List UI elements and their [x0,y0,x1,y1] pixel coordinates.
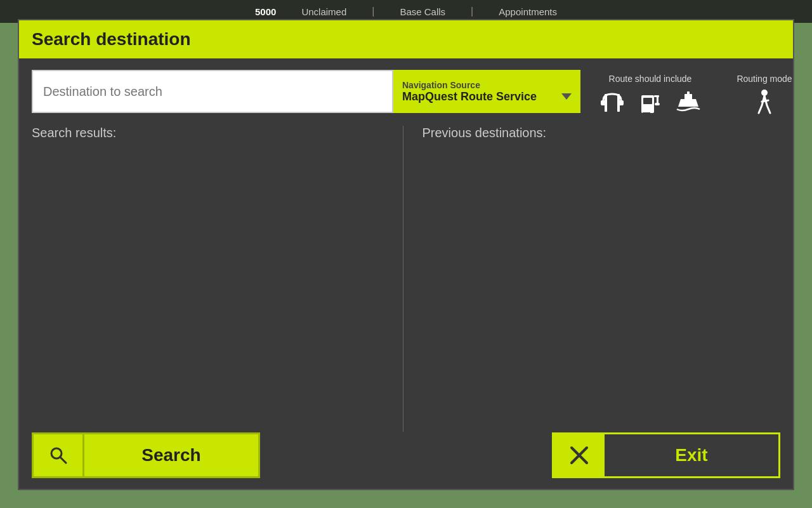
search-results-label: Search results: [32,126,390,140]
search-button-label: Search [84,445,258,465]
navigation-source-container[interactable]: Navigation Source MapQuest Route Service [393,70,580,113]
svg-rect-8 [655,103,660,105]
walking-icon[interactable] [749,89,780,117]
search-destination-dialog: Search destination Navigation Source Map… [18,19,794,490]
dialog-content: Navigation Source MapQuest Route Service… [19,58,793,432]
dialog-title: Search destination [19,20,793,58]
search-button[interactable]: Search [32,432,260,478]
search-icon [34,434,84,476]
dialog-footer: Search Exit [19,432,793,489]
svg-rect-7 [657,95,658,104]
previous-destinations-label: Previous destinations: [422,126,781,140]
svg-rect-3 [607,100,617,105]
destination-search-input[interactable] [43,84,382,99]
previous-destinations-panel: Previous destinations: [403,126,781,432]
fuel-station-icon[interactable] [636,89,664,117]
highway-icon[interactable] [598,89,626,117]
navigation-source-value: MapQuest Route Service [402,90,572,104]
controls-row: Navigation Source MapQuest Route Service… [32,70,780,113]
routing-mode-container: Routing mode [720,70,793,113]
exit-button[interactable]: Exit [552,432,780,478]
search-input-container[interactable] [32,70,393,113]
topbar-item-5000: 5000 [255,6,276,17]
exit-button-label: Exit [605,445,778,465]
routing-mode-label: Routing mode [737,74,792,84]
exit-x-icon [554,434,605,476]
svg-rect-11 [687,91,690,95]
navigation-source-label: Navigation Source [402,80,572,90]
route-icons [598,89,702,117]
topbar-item-basecalls: Base Calls [400,6,445,17]
ferry-icon[interactable] [674,89,702,117]
results-area: Search results: Previous destinations: [32,126,780,432]
topbar-item-appointments: Appointments [499,6,557,17]
svg-line-14 [60,457,66,463]
route-include-container: Route should include [580,70,720,113]
route-include-label: Route should include [609,74,692,84]
topbar-item-unclaimed: Unclaimed [301,6,346,17]
navigation-source-dropdown-arrow [561,93,572,100]
search-results-panel: Search results: [32,126,403,432]
svg-rect-5 [643,98,652,104]
